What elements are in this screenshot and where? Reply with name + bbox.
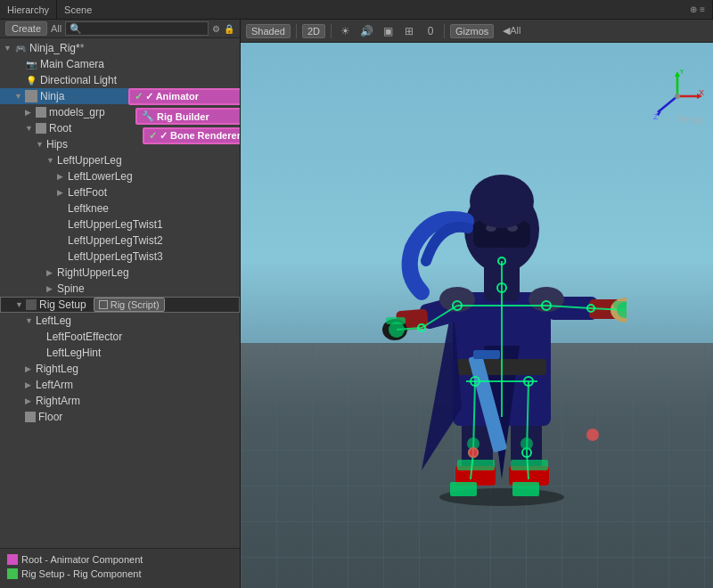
tree-label-left-upper-leg: LeftUpperLeg	[57, 154, 122, 167]
tree-arrow-models: ▶	[25, 108, 36, 117]
tree-arrow-spine: ▶	[46, 284, 57, 293]
tree-arrow-rig-setup: ▼	[15, 300, 26, 309]
tree-arrow-right-leg: ▶	[25, 364, 36, 373]
svg-point-56	[586, 429, 599, 441]
mode-2d-button[interactable]: 2D	[302, 24, 325, 38]
tree-label-leftknee: Leftknee	[68, 202, 109, 215]
tree-label-left-upper-leg-twist3: LeftUpperLegTwist3	[68, 250, 163, 263]
tree-item-left-upper-leg-twist2[interactable]: LeftUpperLegTwist2	[0, 233, 240, 249]
tree-item-directional-light[interactable]: 💡 Directional Light	[0, 72, 240, 88]
gizmos-all-label[interactable]: ◀All	[503, 25, 520, 37]
tree-label-right-leg: RightLeg	[36, 363, 78, 375]
overlay-icon[interactable]: 0	[422, 23, 438, 39]
tree-item-left-foot-effector[interactable]: LeftFootEffector	[0, 329, 240, 345]
legend-label-animator: Root - Animator Component	[21, 554, 143, 565]
bone-renderer-check-icon: ✓	[149, 130, 157, 142]
tree-item-left-upper-leg[interactable]: ▼ LeftUpperLeg	[0, 152, 240, 168]
tree-label-root: Ninja_Rig*	[29, 42, 84, 54]
svg-point-54	[520, 437, 533, 450]
create-button[interactable]: Create	[5, 21, 47, 36]
hierarchy-settings-icon[interactable]: ⚙	[212, 24, 220, 34]
audio-icon[interactable]: 🔊	[358, 23, 374, 39]
light-icon: 💡	[25, 74, 37, 86]
all-filter[interactable]: All	[51, 23, 61, 34]
tree-item-spine[interactable]: ▶ Spine	[0, 281, 240, 297]
camera-icon: 📷	[25, 58, 37, 70]
svg-rect-28	[473, 350, 500, 359]
tree-item-left-upper-leg-twist1[interactable]: LeftUpperLegTwist1	[0, 216, 240, 233]
animator-badge[interactable]: ✓ ✓ Animator	[128, 88, 240, 105]
scene-view[interactable]: Y X Z ← Persp	[241, 43, 713, 588]
ninja-icon	[25, 90, 37, 102]
tree-item-leftknee[interactable]: Leftknee	[0, 200, 240, 216]
tree-arrow-root: ▼	[4, 44, 14, 53]
tree-label-root-bone: Root	[49, 122, 71, 135]
svg-rect-52	[512, 482, 539, 496]
tree-arrow-left-leg: ▼	[25, 316, 36, 325]
tree-arrow-root-bone: ▼	[25, 124, 36, 133]
hierarchy-title: Hierarchy	[7, 4, 49, 15]
grid-icon[interactable]: ⊞	[401, 23, 417, 39]
scene-tab-label: Scene ⊕ ≡	[57, 0, 713, 19]
tree-item-left-foot[interactable]: ▶ LeftFoot	[0, 184, 240, 200]
svg-rect-6	[511, 460, 548, 470]
svg-text:Y: Y	[679, 69, 684, 76]
top-bar: Hierarchy Scene ⊕ ≡	[0, 0, 713, 20]
svg-point-20	[529, 287, 564, 312]
tree-label-left-upper-leg-twist1: LeftUpperLegTwist1	[68, 218, 163, 231]
tree-label-floor: Floor	[38, 411, 62, 423]
display-icon[interactable]: ▣	[380, 23, 396, 39]
rig-setup-group: ▼ Rig Setup Rig (Script)	[0, 297, 240, 313]
tree-label-left-arm: LeftArm	[36, 379, 73, 391]
rig-script-checkbox-icon	[99, 300, 108, 309]
tree-item-main-camera[interactable]: 📷 Main Camera	[0, 56, 240, 72]
tree-arrow-left-upper-leg: ▼	[46, 156, 57, 165]
tree-item-left-lower-leg[interactable]: ▶ LeftLowerLeg	[0, 168, 240, 184]
tree-label-spine: Spine	[57, 282, 85, 295]
tree-arrow-left-arm: ▶	[25, 380, 36, 389]
tree-item-right-upper-leg[interactable]: ▶ RightUpperLeg	[0, 265, 240, 281]
tree-item-left-upper-leg-twist3[interactable]: LeftUpperLegTwist3	[0, 249, 240, 265]
rig-builder-icon: 🔧	[142, 110, 154, 122]
tree-arrow-hips: ▼	[36, 140, 46, 149]
scene-title: Scene	[64, 4, 92, 15]
hierarchy-lock-icon[interactable]: 🔒	[224, 24, 234, 34]
tree-item-floor[interactable]: Floor	[0, 409, 240, 425]
tree-arrow-left-lower-leg: ▶	[57, 172, 68, 181]
svg-text:X: X	[699, 88, 704, 97]
tree-label-rig-setup: Rig Setup	[39, 298, 86, 311]
tree-item-right-leg[interactable]: ▶ RightLeg	[0, 361, 240, 377]
svg-text:Z: Z	[653, 112, 659, 121]
tree-item-left-arm[interactable]: ▶ LeftArm	[0, 377, 240, 393]
tree-item-root[interactable]: ▼ 🎮 Ninja_Rig*	[0, 40, 240, 56]
toolbar-sep-1	[296, 24, 297, 38]
tree-arrow-ninja: ▼	[14, 92, 25, 101]
tree-label-left-foot-effector: LeftFootEffector	[46, 331, 122, 343]
component-badges: ✓ ✓ Animator 🔧 Rig Builder ✓ ✓ Bone Rend…	[125, 88, 240, 144]
tree-label-main-camera: Main Camera	[40, 58, 104, 70]
tree-item-left-leg[interactable]: ▼ LeftLeg	[0, 313, 240, 329]
tree-label-right-arm: RightArm	[36, 395, 80, 407]
floor-icon	[25, 412, 36, 422]
toolbar-sep-3	[444, 24, 445, 38]
persp-label: ← Persp	[664, 114, 702, 125]
bone-renderer-badge[interactable]: ✓ ✓ Bone Renderer	[143, 127, 240, 144]
svg-point-26	[470, 175, 534, 228]
tree-item-left-leg-hint[interactable]: LeftLegHint	[0, 345, 240, 361]
main-layout: Create All ⚙ 🔒 ▼ 🎮 Ninja_Rig* 📷 Main Cam…	[0, 20, 713, 588]
svg-point-55	[468, 447, 479, 458]
shaded-button[interactable]: Shaded	[246, 24, 291, 38]
legend-section: Root - Animator Component Rig Setup - Ri…	[0, 548, 240, 588]
gizmos-button[interactable]: Gizmos	[450, 24, 494, 38]
tree-label-directional-light: Directional Light	[40, 74, 117, 86]
rig-script-badge[interactable]: Rig (Script)	[94, 298, 165, 312]
tree-item-rig-setup[interactable]: ▼ Rig Setup Rig (Script)	[0, 297, 240, 313]
sun-icon[interactable]: ☀	[337, 23, 353, 39]
models-icon	[36, 107, 46, 118]
search-input[interactable]	[65, 21, 209, 36]
tree-arrow-right-arm: ▶	[25, 396, 36, 405]
rig-builder-badge[interactable]: 🔧 Rig Builder	[135, 108, 240, 125]
tree-label-models-grp: models_grp	[49, 106, 105, 118]
hierarchy-content[interactable]: ▼ 🎮 Ninja_Rig* 📷 Main Camera 💡 Direction…	[0, 38, 240, 548]
tree-item-right-arm[interactable]: ▶ RightArm	[0, 393, 240, 409]
